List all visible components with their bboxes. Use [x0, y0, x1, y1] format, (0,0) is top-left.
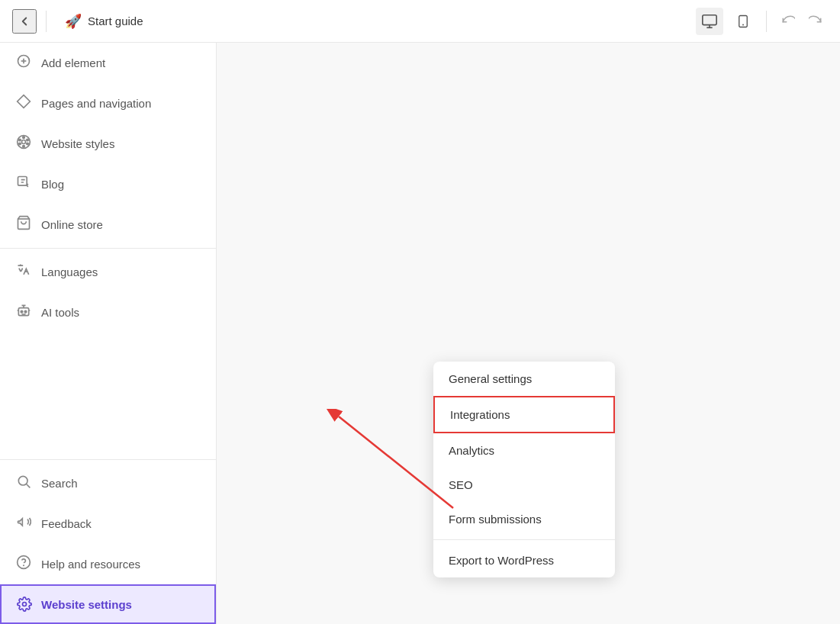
sidebar-divider-1	[0, 248, 216, 249]
sidebar: Add element Pages and navigation	[0, 43, 217, 624]
svg-point-15	[19, 143, 21, 145]
svg-rect-0	[703, 14, 716, 24]
sidebar-item-website-styles[interactable]: Website styles	[0, 124, 216, 164]
dropdown-item-label: SEO	[449, 478, 473, 491]
gear-icon	[17, 597, 32, 612]
start-guide-label: Start guide	[88, 14, 143, 27]
sidebar-item-website-settings[interactable]: Website settings	[0, 584, 216, 624]
header-right-controls	[696, 8, 828, 35]
dropdown-item-general-settings[interactable]: General settings	[433, 362, 615, 396]
undo-redo-group	[776, 9, 828, 34]
sidebar-item-online-store[interactable]: Online store	[0, 204, 216, 245]
start-guide-button[interactable]: 🚀 Start guide	[56, 8, 153, 34]
sidebar-item-search[interactable]: Search	[0, 463, 216, 503]
dropdown-menu: General settings Integrations Analytics …	[433, 362, 615, 577]
sidebar-item-blog[interactable]: Blog	[0, 164, 216, 204]
svg-point-16	[19, 139, 21, 141]
dropdown-item-form-submissions[interactable]: Form submissions	[433, 502, 615, 536]
palette-icon	[15, 134, 32, 153]
content-area: General settings Integrations Analytics …	[217, 43, 840, 624]
sidebar-item-label: Website settings	[41, 598, 132, 611]
back-button[interactable]	[12, 9, 37, 34]
mobile-view-button[interactable]	[729, 8, 757, 35]
main-layout: Add element Pages and navigation	[0, 43, 840, 624]
svg-rect-17	[18, 177, 27, 186]
dropdown-item-label: Export to WordPress	[449, 554, 554, 567]
dropdown-item-label: Integrations	[450, 408, 510, 421]
sidebar-item-ai-tools[interactable]: AI tools	[0, 292, 216, 333]
search-icon	[15, 474, 32, 493]
dropdown-item-seo[interactable]: SEO	[433, 468, 615, 502]
redo-button[interactable]	[803, 9, 828, 34]
svg-point-26	[23, 603, 27, 606]
sidebar-item-label: Search	[41, 477, 78, 490]
question-circle-icon	[15, 555, 32, 574]
undo-button[interactable]	[776, 9, 800, 34]
header-middle-divider	[766, 11, 767, 32]
dropdown-item-analytics[interactable]: Analytics	[433, 433, 615, 468]
sidebar-item-label: Add element	[41, 56, 105, 69]
svg-point-13	[27, 143, 29, 145]
svg-point-10	[22, 140, 26, 144]
dropdown-item-label: Analytics	[449, 444, 494, 457]
svg-line-23	[27, 484, 31, 488]
dropdown-divider	[433, 539, 615, 540]
plus-circle-icon	[15, 53, 32, 72]
sidebar-item-label: Website styles	[41, 137, 114, 150]
svg-point-12	[27, 139, 29, 141]
sidebar-divider-2	[0, 459, 216, 460]
svg-point-22	[18, 476, 27, 485]
sidebar-item-label: AI tools	[41, 306, 79, 319]
svg-point-14	[23, 146, 25, 148]
sidebar-item-label: Feedback	[41, 517, 92, 530]
sidebar-item-feedback[interactable]: Feedback	[0, 503, 216, 544]
dropdown-item-integrations[interactable]: Integrations	[433, 396, 615, 433]
header: 🚀 Start guide	[0, 0, 840, 43]
sidebar-item-label: Online store	[41, 218, 103, 231]
dropdown-item-label: General settings	[449, 372, 532, 385]
translate-icon	[15, 262, 32, 281]
desktop-view-button[interactable]	[696, 8, 723, 35]
svg-point-20	[21, 310, 23, 313]
sidebar-item-label: Help and resources	[41, 558, 140, 571]
dropdown-item-export-wordpress[interactable]: Export to WordPress	[433, 543, 615, 577]
rocket-icon: 🚀	[65, 13, 82, 30]
sidebar-item-languages[interactable]: Languages	[0, 252, 216, 292]
sidebar-item-help-resources[interactable]: Help and resources	[0, 544, 216, 584]
sidebar-item-label: Blog	[41, 178, 64, 191]
sidebar-item-label: Pages and navigation	[41, 97, 151, 110]
cart-icon	[15, 215, 32, 234]
diamond-icon	[15, 94, 32, 113]
sidebar-item-pages-navigation[interactable]: Pages and navigation	[0, 83, 216, 124]
header-divider	[46, 11, 47, 32]
sidebar-spacer	[0, 333, 216, 456]
svg-marker-8	[18, 95, 31, 108]
edit-icon	[15, 175, 32, 194]
sidebar-item-add-element[interactable]: Add element	[0, 43, 216, 83]
dropdown-item-label: Form submissions	[449, 513, 542, 526]
robot-icon	[15, 303, 32, 322]
megaphone-icon	[15, 514, 32, 533]
svg-point-21	[24, 310, 27, 313]
svg-point-11	[23, 137, 25, 139]
sidebar-item-label: Languages	[41, 265, 98, 278]
